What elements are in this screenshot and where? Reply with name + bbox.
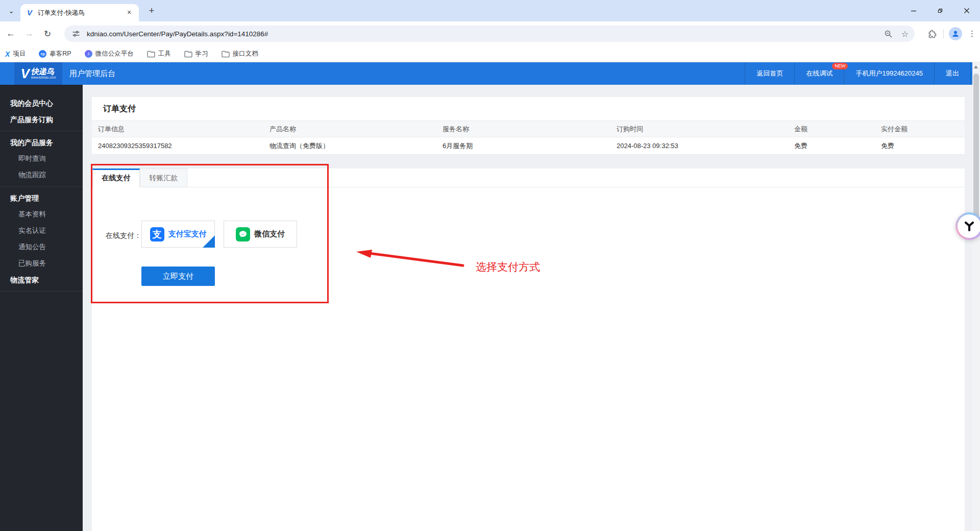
restore-icon: [937, 8, 943, 14]
claw-icon: [963, 220, 976, 233]
wechat-mp-icon: ♪: [85, 50, 92, 58]
amount: 免费: [794, 141, 881, 151]
browser-tab-strip: ⌄ V 订单支付-快递鸟 × +: [0, 0, 980, 21]
order-time: 2024-08-23 09:32:53: [617, 142, 794, 150]
toolbar-right: ⋮: [927, 26, 976, 42]
bookmark-label: 工具: [158, 50, 171, 58]
bookmark-label: 项目: [13, 50, 26, 58]
mockrp-icon: rp: [39, 50, 46, 58]
browser-menu-icon[interactable]: ⋮: [968, 29, 976, 38]
page-title: 订单支付: [92, 97, 965, 120]
scrollbar-up-arrow[interactable]: [974, 65, 978, 68]
url-text[interactable]: kdniao.com/UserCenter/Pay/PayDetails.asp…: [87, 30, 883, 38]
bookmark-item[interactable]: X 项目: [5, 50, 26, 58]
extensions-puzzle-icon[interactable]: [927, 28, 938, 39]
site-header: V 快递鸟 www.kdniao.com 用户管理后台 返回首页 在线调试 NE…: [0, 62, 980, 85]
browser-window: ⌄ V 订单支付-快递鸟 × + ← → ↻ kdniao.com: [0, 0, 980, 531]
sidebar-item-my-services[interactable]: 我的产品服务: [0, 134, 83, 151]
nav-online-debug-link[interactable]: 在线调试 NEW: [794, 62, 844, 85]
selected-corner: [203, 235, 215, 248]
tab-bank-transfer[interactable]: 转账汇款: [140, 168, 187, 187]
wechat-pay-icon: [236, 227, 250, 242]
alipay-option[interactable]: 支 支付宝支付 ✓: [141, 221, 215, 248]
nav-home-link[interactable]: 返回首页: [745, 62, 794, 85]
tab-title: 订单支付-快递鸟: [38, 9, 125, 17]
sidebar-item-member-center[interactable]: 我的会员中心: [0, 95, 83, 111]
product-name: 物流查询（免费版）: [270, 141, 443, 151]
minimize-button[interactable]: [900, 0, 927, 21]
sidebar-item-purchased-services[interactable]: 已购服务: [0, 255, 83, 272]
site-settings-icon[interactable]: [70, 28, 82, 39]
browser-tab[interactable]: V 订单支付-快递鸟 ×: [20, 4, 139, 21]
order-number: 24082309325359317582: [98, 142, 270, 150]
bookmark-item[interactable]: rp 摹客RP: [39, 50, 71, 58]
bookmark-item[interactable]: ♪ 微信公众平台: [85, 50, 134, 58]
alipay-label: 支付宝支付: [168, 229, 207, 239]
wechat-pay-option[interactable]: 微信支付: [224, 221, 297, 248]
kdniao-favicon-icon: V: [26, 9, 34, 17]
bookmark-label: 微信公众平台: [95, 50, 134, 58]
address-bar[interactable]: kdniao.com/UserCenter/Pay/PayDetails.asp…: [64, 26, 915, 42]
folder-icon: [184, 51, 192, 58]
col-order-info: 订单信息: [98, 125, 270, 134]
folder-icon: [147, 51, 155, 58]
sidebar-item-notices[interactable]: 通知公告: [0, 239, 83, 255]
toolbar-separator: [943, 29, 944, 38]
sidebar-divider: [0, 291, 83, 292]
tab-search-chevron-icon[interactable]: ⌄: [5, 5, 17, 17]
sidebar-divider: [0, 186, 83, 187]
payment-tabs: 在线支付 转账汇款: [92, 168, 965, 187]
wechat-pay-label: 微信支付: [254, 229, 285, 239]
bookmark-label: 学习: [195, 50, 208, 58]
col-service-name: 服务名称: [443, 125, 617, 134]
kdniao-logo[interactable]: V 快递鸟 www.kdniao.com: [14, 62, 62, 85]
floating-assistant-widget[interactable]: [955, 212, 980, 240]
annotation-text: 选择支付方式: [476, 260, 540, 274]
header-nav: 返回首页 在线调试 NEW 手机用户19924620245 退出: [745, 62, 971, 85]
sidebar-item-logistics-tracking[interactable]: 物流跟踪: [0, 167, 83, 183]
back-icon[interactable]: ←: [3, 26, 18, 41]
col-order-time: 订购时间: [617, 125, 794, 134]
profile-avatar[interactable]: [949, 27, 962, 40]
bookmarks-bar: X 项目 rp 摹客RP ♪ 微信公众平台 工具 学习 接口文档: [0, 46, 980, 62]
sidebar-item-basic-info[interactable]: 基本资料: [0, 206, 83, 223]
restore-button[interactable]: [927, 0, 953, 21]
tab-close-icon[interactable]: ×: [125, 8, 134, 17]
x-logo-icon: X: [5, 50, 10, 58]
forward-icon[interactable]: →: [21, 26, 37, 41]
col-product-name: 产品名称: [270, 125, 443, 134]
bookmark-folder[interactable]: 工具: [147, 50, 171, 58]
sidebar-item-logistics-manager[interactable]: 物流管家: [0, 272, 83, 288]
sidebar: 我的会员中心 产品服务订购 我的产品服务 即时查询 物流跟踪 账户管理 基本资料…: [0, 85, 83, 531]
tab-online-payment[interactable]: 在线支付: [92, 168, 140, 187]
sidebar-item-account-management[interactable]: 账户管理: [0, 190, 83, 206]
paid-amount: 免费: [881, 141, 959, 151]
bookmark-folder[interactable]: 接口文档: [222, 50, 258, 58]
page-scrollbar[interactable]: [972, 62, 980, 531]
pay-now-button[interactable]: 立即支付: [141, 267, 215, 286]
bookmark-folder[interactable]: 学习: [184, 50, 208, 58]
window-controls: [900, 0, 980, 21]
sidebar-item-service-order[interactable]: 产品服务订购: [0, 111, 83, 128]
nav-label: 在线调试: [806, 69, 832, 77]
logo-name: 快递鸟: [31, 67, 56, 75]
order-table-header: 订单信息 产品名称 服务名称 订购时间 金额 实付金额: [92, 120, 965, 137]
nav-logout-link[interactable]: 退出: [934, 62, 971, 85]
portal-title: 用户管理后台: [69, 62, 115, 85]
sidebar-item-real-name[interactable]: 实名认证: [0, 223, 83, 239]
nav-user-account[interactable]: 手机用户19924620245: [844, 62, 934, 85]
bookmark-label: 摹客RP: [50, 50, 71, 58]
scrollbar-thumb[interactable]: [973, 74, 979, 222]
close-window-button[interactable]: [953, 0, 980, 21]
minimize-icon: [911, 8, 917, 14]
folder-icon: [222, 51, 230, 58]
new-tab-button[interactable]: +: [145, 5, 158, 18]
alipay-icon: 支: [150, 227, 164, 242]
order-payment-card: 订单支付 订单信息 产品名称 服务名称 订购时间 金额 实付金额 2408230…: [92, 97, 965, 154]
payment-section: 在线支付 转账汇款 在线支付： 支 支付宝支付 ✓ 微信支付 立即支付: [92, 168, 965, 531]
reload-icon[interactable]: ↻: [40, 26, 55, 41]
zoom-icon[interactable]: [883, 28, 894, 39]
online-pay-label: 在线支付：: [106, 231, 141, 240]
bookmark-star-icon[interactable]: ☆: [901, 29, 909, 39]
sidebar-item-instant-query[interactable]: 即时查询: [0, 151, 83, 167]
